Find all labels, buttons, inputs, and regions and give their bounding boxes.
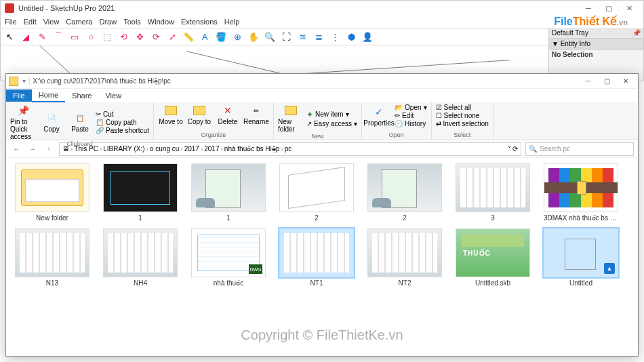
easy-access-button[interactable]: ↗Easy access ▾ bbox=[306, 120, 357, 127]
open-button[interactable]: 📂Open ▾ bbox=[395, 104, 426, 111]
tray-entity-info[interactable]: ▼ Entity Info bbox=[549, 39, 643, 49]
select-all-button[interactable]: ☑Select all bbox=[436, 104, 489, 111]
scale-tool-icon[interactable]: ⤢ bbox=[166, 31, 178, 43]
offset-tool-icon[interactable]: ⟲ bbox=[117, 31, 129, 43]
file-tile[interactable]: 1 bbox=[190, 163, 266, 222]
menu-draw[interactable]: Draw bbox=[99, 18, 117, 26]
rename-button[interactable]: ✏Rename bbox=[243, 104, 269, 125]
pin-to-quick-access-button[interactable]: 📌Pin to Quick access bbox=[10, 104, 36, 140]
invert-selection-button[interactable]: ⇄Invert selection bbox=[436, 120, 489, 127]
zoom-extents-icon[interactable]: ⛶ bbox=[280, 31, 292, 43]
rotate-tool-icon[interactable]: ⟳ bbox=[150, 31, 162, 43]
file-label: 2 bbox=[315, 214, 319, 222]
new-item-button[interactable]: ✦New item ▾ bbox=[306, 110, 357, 119]
select-none-button[interactable]: ☐Select none bbox=[436, 112, 489, 119]
menu-tools[interactable]: Tools bbox=[123, 18, 141, 26]
crumb-library[interactable]: LIBRARY (X:) bbox=[103, 145, 144, 153]
line-tool-icon[interactable]: ✎ bbox=[36, 31, 48, 43]
tab-share[interactable]: Share bbox=[65, 89, 98, 102]
file-tile[interactable]: ▲Untitled bbox=[543, 228, 619, 287]
file-tile[interactable]: New folder bbox=[14, 163, 90, 222]
crumb-2017b[interactable]: 2017 bbox=[204, 145, 219, 153]
crumb-this-pc[interactable]: This PC bbox=[74, 145, 98, 153]
file-tile[interactable]: 2 bbox=[367, 163, 443, 222]
outliner-tool-icon[interactable]: ⋮ bbox=[329, 31, 341, 43]
tab-file[interactable]: File bbox=[6, 89, 32, 102]
crumb-ocungcu[interactable]: o cung cu bbox=[150, 145, 179, 153]
minimize-button[interactable]: ─ bbox=[578, 1, 599, 15]
close-button[interactable]: ✕ bbox=[619, 1, 639, 15]
file-tile[interactable]: 2 bbox=[279, 163, 355, 222]
circle-tool-icon[interactable]: ○ bbox=[85, 31, 97, 43]
menu-help[interactable]: Help bbox=[224, 18, 240, 26]
orbit-tool-icon[interactable]: ⊕ bbox=[231, 31, 243, 43]
menu-camera[interactable]: Camera bbox=[66, 18, 92, 26]
refresh-icon[interactable]: ⟳ bbox=[512, 145, 518, 153]
paste-button[interactable]: 📋Paste bbox=[67, 111, 93, 133]
file-tile[interactable]: NT2 bbox=[367, 228, 443, 287]
file-tile[interactable]: N13 bbox=[14, 228, 90, 287]
file-thumbnail bbox=[544, 163, 618, 212]
menu-file[interactable]: File bbox=[5, 18, 17, 26]
path-dropdown-icon[interactable]: ˅ bbox=[508, 145, 511, 153]
menu-edit[interactable]: Edit bbox=[24, 18, 37, 26]
crumb-pc[interactable]: pc bbox=[285, 145, 292, 153]
edit-button[interactable]: ✏Edit bbox=[395, 112, 426, 119]
copy-button[interactable]: 📄Copy bbox=[39, 111, 64, 133]
menu-view[interactable]: View bbox=[43, 18, 60, 26]
file-tile[interactable]: 3DMAX nhà thuốc bs Hiệp bbox=[543, 163, 619, 222]
section-tool-icon[interactable]: ≋ bbox=[296, 31, 308, 43]
file-tile[interactable]: Untitled.skb bbox=[455, 228, 531, 287]
file-label: 1 bbox=[226, 214, 230, 222]
cut-button[interactable]: ✂Cut bbox=[96, 110, 149, 118]
file-tile[interactable]: 1 bbox=[102, 163, 178, 222]
eraser-tool-icon[interactable]: ◢ bbox=[20, 31, 32, 43]
move-to-button[interactable]: Move to bbox=[158, 104, 184, 125]
paste-shortcut-button[interactable]: 🔗Paste shortcut bbox=[96, 127, 149, 134]
tab-view[interactable]: View bbox=[98, 89, 128, 102]
back-button[interactable]: ← bbox=[10, 143, 22, 155]
explorer-nav-down-icon[interactable]: ▾ bbox=[22, 77, 26, 85]
file-tile[interactable]: 3 bbox=[455, 163, 531, 222]
explorer-maximize-button[interactable]: ▢ bbox=[597, 75, 616, 87]
menu-window[interactable]: Window bbox=[148, 18, 174, 26]
delete-button[interactable]: ✕Delete bbox=[215, 104, 241, 125]
move-tool-icon[interactable]: ✥ bbox=[134, 31, 146, 43]
file-grid[interactable]: New folder112233DMAX nhà thuốc bs Hiệp N… bbox=[6, 158, 638, 356]
paint-tool-icon[interactable]: 🪣 bbox=[215, 31, 227, 43]
sketchup-title: Untitled - SketchUp Pro 2021 bbox=[18, 4, 115, 12]
tray-header[interactable]: Default Tray📌 bbox=[549, 28, 643, 39]
tray-pin-icon[interactable]: 📌 bbox=[632, 29, 641, 37]
properties-button[interactable]: ✓Properties bbox=[366, 105, 392, 127]
explorer-minimize-button[interactable]: ─ bbox=[578, 75, 597, 87]
file-thumbnail bbox=[279, 228, 354, 277]
breadcrumb[interactable]: 🖥 ›This PC ›LIBRARY (X:) ›o cung cu ›201… bbox=[59, 142, 521, 156]
file-tile[interactable]: NT1 bbox=[279, 228, 355, 287]
tape-tool-icon[interactable]: 📏 bbox=[182, 31, 195, 43]
push-tool-icon[interactable]: ⬚ bbox=[101, 31, 113, 43]
explorer-title: X:\o cung cu\2017\2017\nhà thuốc bs Hiệp… bbox=[33, 77, 171, 85]
zoom-tool-icon[interactable]: 🔍 bbox=[264, 31, 276, 43]
crumb-nhathuoc[interactable]: nhà thuốc bs Hiệp bbox=[224, 145, 280, 153]
tab-home[interactable]: Home bbox=[32, 89, 65, 102]
pan-tool-icon[interactable]: ✋ bbox=[247, 31, 260, 43]
copy-path-button[interactable]: 📋Copy path bbox=[96, 119, 149, 126]
arc-tool-icon[interactable]: ⌒ bbox=[52, 31, 64, 43]
forward-button[interactable]: → bbox=[26, 143, 39, 155]
up-button[interactable]: ↑ bbox=[43, 143, 55, 155]
maximize-button[interactable]: ▢ bbox=[599, 1, 619, 15]
file-tile[interactable]: DWGnhà thuốc bbox=[190, 228, 266, 287]
explorer-close-button[interactable]: ✕ bbox=[616, 75, 635, 87]
warehouse-tool-icon[interactable]: ⬢ bbox=[345, 31, 357, 43]
file-tile[interactable]: NH4 bbox=[102, 228, 178, 287]
rect-tool-icon[interactable]: ▭ bbox=[68, 31, 81, 43]
search-box[interactable]: 🔍 Search pc bbox=[525, 142, 634, 156]
layers-tool-icon[interactable]: ≣ bbox=[313, 31, 325, 43]
history-button[interactable]: 🕘History bbox=[395, 120, 426, 127]
new-folder-button[interactable]: New folder bbox=[278, 104, 304, 133]
copy-to-button[interactable]: Copy to bbox=[186, 104, 212, 125]
menu-extensions[interactable]: Extensions bbox=[181, 18, 218, 26]
crumb-2017a[interactable]: 2017 bbox=[184, 145, 199, 153]
select-tool-icon[interactable]: ↖ bbox=[3, 31, 16, 43]
text-tool-icon[interactable]: A bbox=[199, 31, 211, 43]
